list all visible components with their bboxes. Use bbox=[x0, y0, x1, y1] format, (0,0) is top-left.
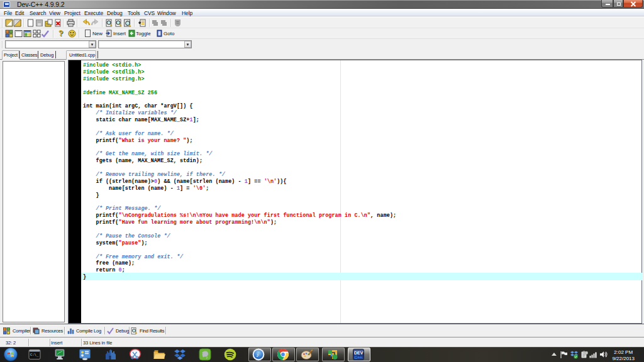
svg-text:C++: C++ bbox=[355, 355, 362, 359]
svg-text:♪: ♪ bbox=[256, 352, 259, 358]
svg-text:C:\_: C:\_ bbox=[30, 353, 39, 357]
svg-text:DEV: DEV bbox=[354, 351, 364, 355]
